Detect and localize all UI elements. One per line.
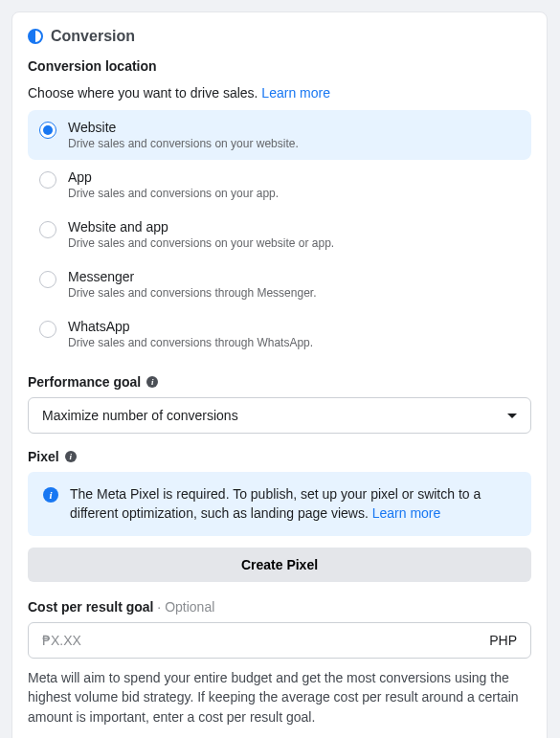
cost-goal-optional: · Optional xyxy=(157,599,214,615)
performance-goal-label: Performance goal xyxy=(28,374,141,390)
radio-circle-icon xyxy=(39,321,56,338)
section-header: Conversion xyxy=(28,28,531,45)
cost-goal-input[interactable] xyxy=(42,633,489,648)
radio-desc: Drive sales and conversions on your webs… xyxy=(68,137,299,150)
section-title: Conversion xyxy=(51,28,135,45)
conversion-icon xyxy=(28,29,43,44)
pixel-label-row: Pixel i xyxy=(28,449,531,464)
cost-goal-label: Cost per result goal xyxy=(28,599,153,615)
learn-more-link[interactable]: Learn more xyxy=(261,85,330,101)
radio-desc: Drive sales and conversions on your webs… xyxy=(68,236,334,250)
helper-text: Choose where you want to drive sales. xyxy=(28,85,258,101)
info-icon[interactable]: i xyxy=(146,376,158,388)
radio-whatsapp[interactable]: WhatsApp Drive sales and conversions thr… xyxy=(28,309,531,359)
info-icon[interactable]: i xyxy=(65,451,77,462)
radio-label: App xyxy=(68,169,279,185)
radio-desc: Drive sales and conversions through Mess… xyxy=(68,286,316,300)
conversion-location-radios: Website Drive sales and conversions on y… xyxy=(28,110,531,359)
currency-label: PHP xyxy=(489,633,517,648)
radio-label: Website xyxy=(68,120,299,135)
banner-learn-more-link[interactable]: Learn more xyxy=(372,505,441,521)
pixel-required-banner: i The Meta Pixel is required. To publish… xyxy=(28,472,531,536)
radio-circle-icon xyxy=(39,271,56,288)
conversion-location-helper: Choose where you want to drive sales. Le… xyxy=(28,85,531,101)
info-icon: i xyxy=(43,487,58,503)
create-pixel-button[interactable]: Create Pixel xyxy=(28,548,531,582)
conversion-location-heading: Conversion location xyxy=(28,58,531,74)
radio-label: WhatsApp xyxy=(68,319,313,334)
radio-website[interactable]: Website Drive sales and conversions on y… xyxy=(28,110,531,160)
radio-circle-icon xyxy=(39,171,56,189)
radio-app[interactable]: App Drive sales and conversions on your … xyxy=(28,160,531,210)
radio-desc: Drive sales and conversions through What… xyxy=(68,336,313,349)
performance-goal-value: Maximize number of conversions xyxy=(42,408,238,423)
radio-desc: Drive sales and conversions on your app. xyxy=(68,187,279,200)
radio-circle-icon xyxy=(39,122,56,139)
cost-goal-input-row[interactable]: PHP xyxy=(28,622,531,659)
pixel-label: Pixel xyxy=(28,449,59,464)
cost-goal-label-row: Cost per result goal · Optional xyxy=(28,599,531,615)
radio-messenger[interactable]: Messenger Drive sales and conversions th… xyxy=(28,259,531,309)
performance-goal-select[interactable]: Maximize number of conversions xyxy=(28,397,531,434)
performance-goal-label-row: Performance goal i xyxy=(28,374,531,390)
cost-goal-help: Meta will aim to spend your entire budge… xyxy=(28,668,531,727)
radio-label: Messenger xyxy=(68,269,316,284)
chevron-down-icon xyxy=(507,414,517,418)
radio-label: Website and app xyxy=(68,219,334,235)
radio-website-and-app[interactable]: Website and app Drive sales and conversi… xyxy=(28,210,531,259)
conversion-card: Conversion Conversion location Choose wh… xyxy=(11,11,548,738)
radio-circle-icon xyxy=(39,221,56,238)
pixel-banner-text: The Meta Pixel is required. To publish, … xyxy=(70,485,516,523)
